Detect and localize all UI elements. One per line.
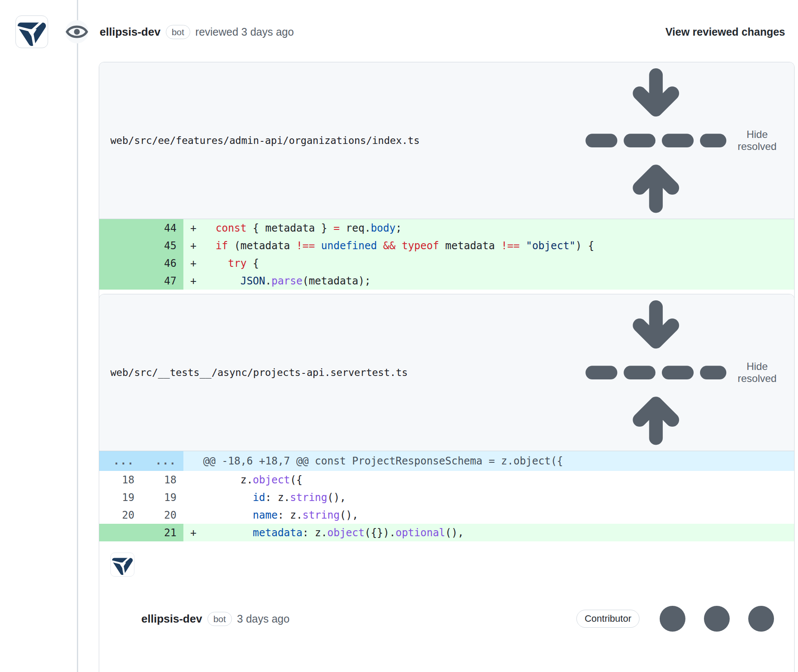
line-number: 19 (99, 489, 141, 506)
diff-row: 1818 z.object({ (99, 471, 794, 489)
bot-badge: bot (207, 612, 232, 626)
code-line: id: z.string(), (183, 489, 794, 506)
code-line: name: z.string(), (183, 506, 794, 524)
comment-timestamp[interactable]: 3 days ago (237, 613, 289, 625)
ellipsis-logo-icon (111, 553, 134, 576)
reviewer-name[interactable]: ellipsis-dev (100, 25, 161, 39)
review-meta: reviewed 3 days ago (195, 26, 294, 38)
fold-icon (583, 68, 728, 213)
hide-resolved-button[interactable]: Hide resolved (581, 299, 783, 446)
diff-row: ......@@ -18,6 +18,7 @@ const ProjectRes… (99, 451, 794, 471)
line-number (99, 524, 141, 541)
comment-author[interactable]: ellipsis-dev (141, 612, 202, 626)
review-header: ellipsis-dev bot reviewed 3 days ago Vie… (15, 13, 785, 52)
timeline-line (77, 0, 78, 672)
line-number: 18 (99, 471, 141, 489)
line-number: 45 (141, 237, 183, 254)
line-number: 47 (141, 272, 183, 290)
line-number: ... (141, 451, 183, 471)
line-number: 46 (141, 254, 183, 272)
code-line: + try { (183, 254, 794, 272)
line-number (99, 272, 141, 290)
eye-icon (65, 20, 88, 43)
line-number: 20 (99, 506, 141, 524)
hide-resolved-label: Hide resolved (734, 128, 780, 153)
file-path-link[interactable]: web/src/ee/features/admin-api/organizati… (110, 135, 420, 146)
fold-icon (583, 300, 728, 445)
avatar[interactable] (110, 553, 134, 577)
diff-row: 2020 name: z.string(), (99, 506, 794, 524)
line-number: 18 (141, 471, 183, 489)
file-header: web/src/ee/features/admin-api/organizati… (99, 62, 794, 219)
code-line: + const { metadata } = req.body; (183, 219, 794, 237)
diff-row: 21+ metadata: z.object({}).optional(), (99, 524, 794, 541)
contributor-badge: Contributor (576, 610, 640, 628)
review-thread-card: web/src/__tests__/async/projects-api.ser… (99, 294, 795, 672)
diff-row: 45+ if (metadata !== undefined && typeof… (99, 237, 794, 254)
bot-badge: bot (166, 25, 190, 39)
line-number: 19 (141, 489, 183, 506)
line-number (99, 237, 141, 254)
code-line: + if (metadata !== undefined && typeof m… (183, 237, 794, 254)
diff-row: 44+ const { metadata } = req.body; (99, 219, 794, 237)
line-number: 20 (141, 506, 183, 524)
review-comment: ellipsis-dev bot 3 days ago Contributor … (99, 541, 794, 672)
view-reviewed-changes-link[interactable]: View reviewed changes (665, 26, 785, 38)
hide-resolved-label: Hide resolved (734, 360, 780, 385)
avatar[interactable] (15, 15, 48, 48)
file-header: web/src/__tests__/async/projects-api.ser… (99, 294, 794, 451)
diff-row: 47+ JSON.parse(metadata); (99, 272, 794, 290)
file-path-link[interactable]: web/src/__tests__/async/projects-api.ser… (110, 367, 408, 378)
diff-row: 1919 id: z.string(), (99, 489, 794, 506)
hide-resolved-button[interactable]: Hide resolved (581, 67, 783, 214)
ellipsis-logo-icon (16, 16, 48, 48)
kebab-icon (652, 554, 781, 672)
code-line: @@ -18,6 +18,7 @@ const ProjectResponseS… (183, 451, 794, 471)
line-number: 44 (141, 219, 183, 237)
line-number (99, 219, 141, 237)
line-number: ... (99, 451, 141, 471)
review-eye-badge (65, 20, 88, 43)
comment-menu-button[interactable] (651, 553, 783, 672)
code-line: + JSON.parse(metadata); (183, 272, 794, 290)
diff-row: 46+ try { (99, 254, 794, 272)
code-line: + metadata: z.object({}).optional(), (183, 524, 794, 541)
line-number: 21 (141, 524, 183, 541)
line-number (99, 254, 141, 272)
diff-block: ......@@ -18,6 +18,7 @@ const ProjectRes… (99, 451, 794, 541)
code-line: z.object({ (183, 471, 794, 489)
diff-block: 44+ const { metadata } = req.body;45+ if… (99, 219, 794, 290)
